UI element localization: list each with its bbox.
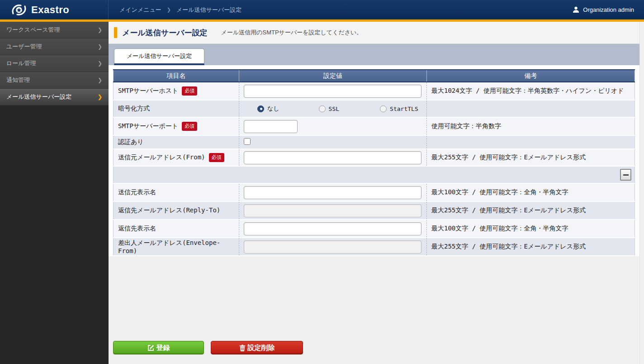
row-remark: 最大1024文字 / 使用可能文字：半角英数字・ハイフン・ピリオド <box>431 87 624 94</box>
row-label: 差出人メールアドレス(Envelope-From) <box>118 239 220 254</box>
table-row: 送信元メールアドレス(From)必須 最大255文字 / 使用可能文字：Eメール… <box>114 149 635 166</box>
edit-icon <box>147 345 154 351</box>
user-label: Organization admin <box>583 6 634 13</box>
row-label: SMTPサーバーポート <box>118 122 178 129</box>
breadcrumb-current: メール送信サーバー設定 <box>176 6 242 14</box>
row-label: 認証あり <box>118 138 144 145</box>
auth-checkbox[interactable] <box>244 138 251 145</box>
table-row: SMTPサーバーホスト必須 最大1024文字 / 使用可能文字：半角英数字・ハイ… <box>114 82 635 100</box>
sidebar-item-label: メール送信サーバー設定 <box>6 93 71 101</box>
register-button[interactable]: 登録 <box>113 341 204 354</box>
sidebar: ワークスペース管理 ❯ ユーザー管理 ❯ ロール管理 ❯ 通知管理 ❯ メール送… <box>0 22 109 364</box>
row-remark: 最大255文字 / 使用可能文字：Eメールアドレス形式 <box>431 206 586 214</box>
sidebar-item-notification-management[interactable]: 通知管理 ❯ <box>0 72 109 89</box>
chevron-right-icon: ❯ <box>98 94 102 100</box>
register-button-label: 登録 <box>156 344 170 352</box>
sidebar-item-label: ロール管理 <box>6 59 36 67</box>
logo[interactable]: Exastro <box>0 0 109 19</box>
radio-unselected-icon <box>319 105 326 112</box>
main-content: メール送信サーバー設定 メール送信用のSMTPサーバーを設定してください。 メー… <box>109 22 639 364</box>
table-row: 送信元表示名 最大100文字 / 使用可能文字：全角・半角文字 <box>114 183 635 201</box>
row-remark: 最大255文字 / 使用可能文字：Eメールアドレス形式 <box>431 153 586 161</box>
row-label: SMTPサーバーホスト <box>118 87 178 94</box>
tab-bar: メール送信サーバー設定 <box>109 44 639 65</box>
action-buttons: 登録 設定削除 <box>109 341 639 354</box>
row-remark: 使用可能文字：半角数字 <box>431 122 501 129</box>
breadcrumb-main-menu[interactable]: メインメニュー <box>119 6 161 14</box>
row-remark: 最大100文字 / 使用可能文字：全角・半角文字 <box>431 188 568 196</box>
smtp-host-input[interactable] <box>244 85 421 98</box>
encryption-radio-group: なし SSL StartTLS <box>244 105 426 113</box>
settings-table-zone: 項目名 設定値 備考 SMTPサーバーホスト必須 最大1024文字 / 使用可能… <box>109 65 639 256</box>
from-address-input[interactable] <box>244 151 421 164</box>
row-label: 返信先表示名 <box>118 225 156 232</box>
delete-button-label: 設定削除 <box>248 344 275 352</box>
row-label: 送信元メールアドレス(From) <box>118 153 205 161</box>
from-display-name-input[interactable] <box>244 186 421 199</box>
smtp-port-input[interactable] <box>244 120 298 133</box>
user-menu[interactable]: Organization admin <box>572 0 644 19</box>
top-header: Exastro メインメニュー ❯ メール送信サーバー設定 Organizati… <box>0 0 644 22</box>
radio-starttls[interactable]: StartTLS <box>380 105 418 112</box>
logo-text: Exastro <box>31 4 69 16</box>
tab-mail-server-settings[interactable]: メール送信サーバー設定 <box>114 48 204 65</box>
trash-icon <box>239 345 246 351</box>
sidebar-item-label: ワークスペース管理 <box>6 26 60 34</box>
sidebar-item-label: 通知管理 <box>6 76 30 84</box>
collapse-button[interactable] <box>620 169 631 181</box>
table-row: 暗号化方式 なし SSL <box>114 100 635 117</box>
chevron-right-icon: ❯ <box>98 77 102 83</box>
column-header-item-name: 項目名 <box>114 70 239 82</box>
required-badge: 必須 <box>182 122 197 131</box>
radio-selected-icon <box>257 105 264 112</box>
table-row: 返信先メールアドレス(Reply-To) 最大255文字 / 使用可能文字：Eメ… <box>114 201 635 220</box>
user-icon <box>572 6 580 14</box>
sidebar-item-label: ユーザー管理 <box>6 43 42 51</box>
page-title: メール送信サーバー設定 <box>122 28 208 38</box>
sidebar-item-user-management[interactable]: ユーザー管理 ❯ <box>0 38 109 55</box>
delete-settings-button[interactable]: 設定削除 <box>211 341 303 354</box>
reply-to-address-input <box>244 204 421 217</box>
row-label: 送信元表示名 <box>118 188 156 196</box>
table-header-row: 項目名 設定値 備考 <box>114 70 635 82</box>
row-label: 暗号化方式 <box>118 105 150 112</box>
radio-none[interactable]: なし <box>257 105 279 113</box>
radio-unselected-icon <box>380 105 387 112</box>
chevron-right-icon: ❯ <box>98 60 102 67</box>
column-header-remarks: 備考 <box>427 70 635 82</box>
breadcrumb: メインメニュー ❯ メール送信サーバー設定 <box>109 0 572 19</box>
scrollbar-track[interactable] <box>639 22 644 364</box>
sidebar-item-mail-server-settings[interactable]: メール送信サーバー設定 ❯ <box>0 89 109 105</box>
minus-icon <box>623 174 629 176</box>
table-row: 差出人メールアドレス(Envelope-From) 最大255文字 / 使用可能… <box>114 238 635 256</box>
column-header-setting-value: 設定値 <box>239 70 427 82</box>
page-title-bar: メール送信サーバー設定 メール送信用のSMTPサーバーを設定してください。 <box>109 22 639 44</box>
breadcrumb-chevron-icon: ❯ <box>167 7 171 13</box>
row-label: 返信先メールアドレス(Reply-To) <box>118 206 220 214</box>
radio-ssl[interactable]: SSL <box>319 105 339 112</box>
exastro-logo-icon <box>11 3 27 17</box>
table-row: 返信先表示名 最大100文字 / 使用可能文字：全角・半角文字 <box>114 220 635 238</box>
sidebar-item-workspace-management[interactable]: ワークスペース管理 ❯ <box>0 22 109 38</box>
required-badge: 必須 <box>209 153 224 162</box>
table-row: SMTPサーバーポート必須 使用可能文字：半角数字 <box>114 117 635 135</box>
table-row: 認証あり <box>114 135 635 149</box>
chevron-right-icon: ❯ <box>98 27 102 33</box>
page-description: メール送信用のSMTPサーバーを設定してください。 <box>221 29 363 37</box>
title-accent-bar <box>114 27 117 38</box>
chevron-right-icon: ❯ <box>98 43 102 50</box>
envelope-from-address-input <box>244 240 421 254</box>
row-remark: 最大100文字 / 使用可能文字：全角・半角文字 <box>431 225 568 232</box>
required-badge: 必須 <box>182 86 197 96</box>
collapse-row <box>114 166 635 183</box>
row-remark: 最大255文字 / 使用可能文字：Eメールアドレス形式 <box>431 243 586 250</box>
sidebar-item-role-management[interactable]: ロール管理 ❯ <box>0 55 109 72</box>
settings-table: 項目名 設定値 備考 SMTPサーバーホスト必須 最大1024文字 / 使用可能… <box>113 69 635 256</box>
reply-to-display-name-input[interactable] <box>244 222 421 235</box>
